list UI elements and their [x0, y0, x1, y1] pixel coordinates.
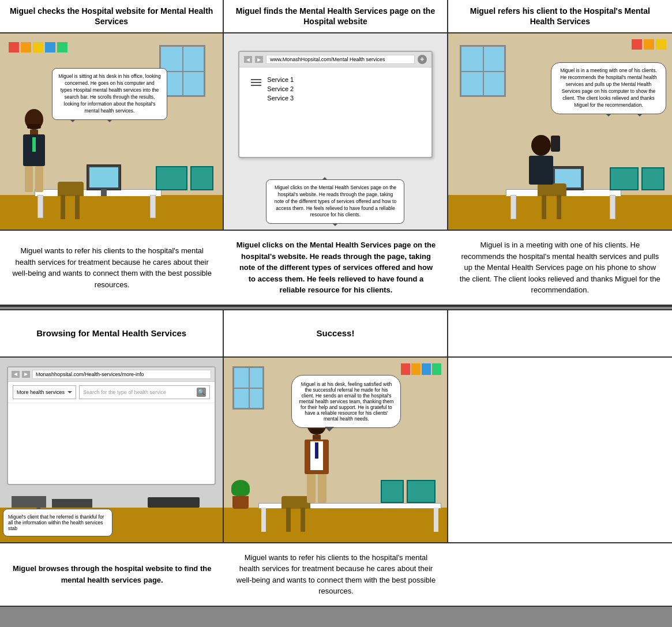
shelf-block-yellow — [33, 42, 43, 52]
stool-leg-1 — [61, 195, 65, 219]
tie-1 — [32, 137, 36, 152]
caption-cell-3: Miguel is in a meeting with one of his c… — [448, 231, 672, 305]
scene-cell-4: ◀ ▶ Monashhopsital.com/Health-services/m… — [0, 358, 224, 542]
menu-line-3 — [251, 85, 261, 86]
caption-cell-1: Miguel wants to refer his clients to the… — [0, 231, 224, 305]
caption-text-1: Miguel wants to refer his clients to the… — [12, 245, 212, 290]
caption-cell-4: Miguel browses through the hospital webs… — [0, 543, 224, 606]
desk-leg-5b — [434, 508, 438, 532]
menu-line-2 — [251, 82, 261, 83]
section-header-2: Success! — [224, 310, 448, 356]
person-sitting-3 — [529, 135, 553, 185]
scene-cell-6 — [448, 358, 672, 542]
shelf-block-green — [57, 42, 67, 52]
object-4b — [52, 499, 92, 508]
stool-leg-3b — [557, 195, 561, 219]
service-list-2: Service 1 Service 2 Service 3 — [267, 76, 294, 104]
shelf-b2 — [411, 363, 421, 375]
search-placeholder-4: Search for the type of health service — [83, 389, 166, 395]
bubble-tail-top-2 — [322, 174, 328, 180]
shelf-b4 — [432, 363, 441, 375]
url-bar-4[interactable]: Monashhopsital.com/Health-services/more-… — [32, 370, 211, 379]
header-row: Miguel checks the Hospital website for M… — [0, 0, 672, 33]
desk-leg-3b — [610, 195, 615, 219]
shelf-block-blue — [45, 42, 55, 52]
leg-r-5 — [318, 474, 326, 503]
shelf-3 — [632, 39, 666, 50]
nav-back-btn-4[interactable]: ◀ — [12, 371, 20, 378]
leg-left-1 — [25, 166, 33, 192]
desk-leg-left-1 — [37, 195, 43, 218]
bubble-tail-4 — [36, 504, 42, 509]
beard-5 — [310, 429, 323, 433]
desk-leg-3a — [510, 195, 516, 219]
header-title-2: Miguel finds the Mental Health Services … — [232, 6, 438, 27]
stool-leg-5a — [286, 508, 291, 532]
nav-forward-btn[interactable]: ▶ — [255, 56, 263, 63]
shelf-block-red — [9, 42, 19, 52]
service-item-2: Service 2 — [267, 85, 294, 92]
shelf-5 — [401, 363, 441, 375]
storage-3a — [610, 167, 639, 190]
stool-3 — [538, 183, 566, 196]
speech-text-4: Miguel's client that he referred is than… — [8, 514, 104, 531]
block-o — [644, 39, 654, 50]
dropdown-4[interactable]: More health services — [13, 385, 76, 399]
service-text-2: Service 2 — [267, 85, 294, 92]
desk-leg-right-1 — [150, 195, 156, 218]
browser-bg-4: ◀ ▶ Monashhopsital.com/Health-services/m… — [0, 358, 223, 542]
header-title-3: Miguel refers his client to the Hospital… — [457, 6, 663, 27]
nav-fwd-btn-4[interactable]: ▶ — [22, 371, 30, 378]
storage-5b — [381, 480, 404, 503]
storage-box-right-1 — [190, 166, 213, 190]
menu-icon-2[interactable] — [251, 79, 261, 104]
caption-cell-5: Miguel wants to refer his clients to the… — [224, 543, 448, 606]
block-r — [632, 39, 642, 50]
room-bg-1: Miguel is sitting at his desk in his off… — [0, 33, 223, 230]
caption-text-5: Miguel wants to refer his clients to the… — [235, 552, 436, 597]
neck-1 — [30, 130, 38, 134]
room-bg-3: Miguel is in a meeting with one of his c… — [448, 33, 672, 230]
url-text-2: www.MonashHopsital.com/Mental Health ser… — [270, 57, 385, 62]
pot-body-5 — [232, 496, 249, 509]
room-bg-5: Miguel is at his desk, feeling satisfied… — [224, 358, 446, 542]
stool-leg-3a — [542, 195, 546, 219]
header-title-1: Miguel checks the Hospital website for M… — [9, 6, 214, 27]
person-miguel-1 — [23, 109, 45, 192]
head-3 — [531, 135, 551, 156]
leg-l-5 — [307, 474, 316, 503]
desk-leg-5a — [261, 508, 266, 532]
tie-5 — [315, 442, 318, 459]
url-bar-2[interactable]: www.MonashHopsital.com/Mental Health ser… — [266, 55, 414, 64]
speech-text-1: Miguel is sitting at his desk in his off… — [58, 73, 161, 113]
search-btn-4[interactable]: 🔍 — [197, 388, 206, 397]
browser-toolbar-4: ◀ ▶ Monashhopsital.com/Health-services/m… — [8, 367, 215, 382]
service-item-1: Service 1 — [267, 76, 294, 83]
scene-cell-3: Miguel is in a meeting with one of his c… — [448, 33, 672, 230]
scene-cell-1: Miguel is sitting at his desk in his off… — [0, 33, 224, 230]
dropdown-arrow-4 — [67, 391, 72, 393]
torso-1 — [23, 134, 45, 166]
filter-row-4: More health services Search for the type… — [8, 382, 215, 403]
header-cell-3: Miguel refers his client to the Hospital… — [448, 0, 672, 32]
browser-toolbar-2: ◀ ▶ www.MonashHopsital.com/Mental Health… — [239, 52, 431, 67]
stool-leg-2 — [75, 195, 80, 219]
caption-text-4: Miguel browses through the hospital webs… — [12, 563, 212, 585]
scene-cell-5: Miguel is at his desk, feeling satisfied… — [224, 358, 448, 542]
storage-3b — [641, 167, 665, 190]
caption-text-2: Miguel clicks on the Mental Health Servi… — [235, 239, 436, 296]
torso-3 — [529, 156, 553, 185]
scene-cell-2: ◀ ▶ www.MonashHopsital.com/Mental Health… — [224, 33, 448, 230]
section-title-2: Success! — [317, 328, 355, 338]
speech-text-2: Miguel clicks on the Mental Health Servi… — [275, 185, 396, 218]
stool-1 — [58, 182, 84, 196]
speech-bubble-3: Miguel is in a meeting with one of his c… — [551, 62, 666, 114]
section-header-3 — [448, 310, 672, 356]
caption-text-3: Miguel is in a meeting with one of his c… — [460, 239, 660, 296]
caption-row-2: Miguel browses through the hospital webs… — [0, 543, 672, 607]
caption-row-1: Miguel wants to refer his clients to the… — [0, 231, 672, 306]
new-tab-btn[interactable]: + — [418, 55, 427, 64]
speech-bubble-1: Miguel is sitting at his desk in his off… — [52, 68, 167, 119]
search-bar-4[interactable]: Search for the type of health service 🔍 — [79, 385, 210, 399]
nav-back-btn[interactable]: ◀ — [244, 56, 252, 63]
